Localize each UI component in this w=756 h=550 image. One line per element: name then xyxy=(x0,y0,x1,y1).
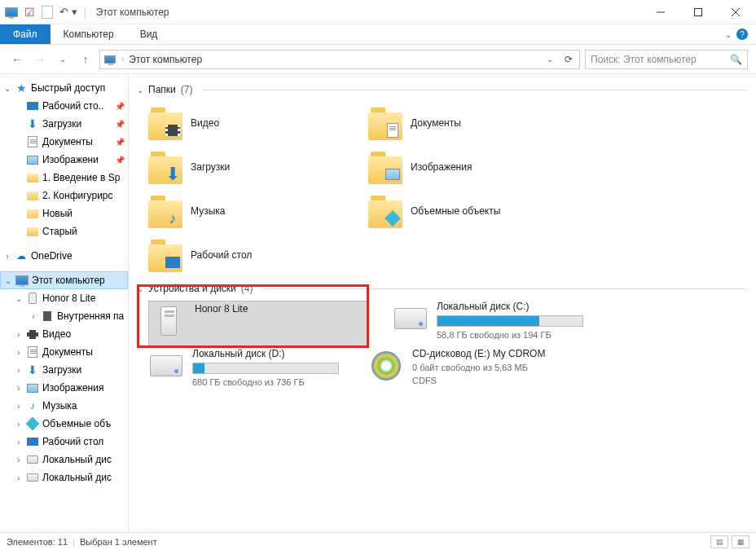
search-placeholder: Поиск: Этот компьютер xyxy=(591,54,697,65)
svg-rect-1 xyxy=(695,8,702,15)
sidebar-item-drive[interactable]: ›Локальный дис xyxy=(0,469,128,486)
document-icon xyxy=(387,123,398,138)
folder-music[interactable]: ♪Музыка xyxy=(148,190,344,232)
sidebar-quick-access[interactable]: ⌄★ Быстрый доступ xyxy=(0,79,128,97)
folder-icon xyxy=(26,225,39,238)
hdd-icon xyxy=(150,355,182,376)
music-icon: ♪ xyxy=(26,399,39,412)
chevron-right-icon: › xyxy=(121,55,124,64)
sidebar-item-music[interactable]: ›♪Музыка xyxy=(0,397,128,415)
desktop-icon xyxy=(165,257,180,268)
computer-icon xyxy=(15,274,29,287)
hdd-icon xyxy=(394,308,427,329)
back-button[interactable]: ← xyxy=(8,51,26,68)
picture-icon xyxy=(385,169,400,180)
picture-icon xyxy=(26,153,39,166)
tab-view[interactable]: Вид xyxy=(127,24,171,44)
computer-icon xyxy=(5,6,18,19)
history-dropdown[interactable]: ⌄ xyxy=(54,51,72,68)
folder-documents[interactable]: Документы xyxy=(368,102,564,144)
sidebar-item-folder[interactable]: ›1. Введение в Sp xyxy=(0,169,128,187)
cube-icon xyxy=(385,210,401,227)
cube-icon xyxy=(26,417,39,430)
desktop-icon xyxy=(26,435,39,448)
document-icon xyxy=(26,135,39,148)
help-icon[interactable]: ? xyxy=(736,29,748,40)
download-icon: ⬇ xyxy=(165,164,180,185)
drive-d[interactable]: Локальный диск (D:) 680 ГБ свободно из 7… xyxy=(148,348,344,394)
drive-c[interactable]: Локальный диск (C:) 58,8 ГБ свободно из … xyxy=(393,301,588,346)
sidebar-onedrive[interactable]: ›☁OneDrive xyxy=(0,247,128,265)
sidebar-item-documents[interactable]: ›Документы📌 xyxy=(0,133,128,151)
sidebar-item-folder[interactable]: ›Старый xyxy=(0,222,128,240)
sidebar-item-downloads[interactable]: ›⬇Загрузки xyxy=(0,361,128,379)
forward-button[interactable]: → xyxy=(31,51,49,68)
status-selected: Выбран 1 элемент xyxy=(80,537,157,547)
undo-icon[interactable]: ↶ ▾ xyxy=(59,6,77,18)
sidebar-item-internal-storage[interactable]: ›Внутренняя па xyxy=(0,307,128,325)
status-item-count: Элементов: 11 xyxy=(7,537,68,547)
sidebar-item-folder[interactable]: ›2. Конфигурирс xyxy=(0,187,128,205)
up-button[interactable]: ↑ xyxy=(77,51,94,68)
navbar: ← → ⌄ ↑ › Этот компьютер ⌄ ⟳ Поиск: Этот… xyxy=(0,45,756,74)
sidebar-item-drive[interactable]: ›Локальный дис xyxy=(0,451,128,469)
computer-icon xyxy=(103,53,116,66)
address-bar[interactable]: › Этот компьютер ⌄ ⟳ xyxy=(99,50,580,69)
view-tiles-button[interactable]: ▦ xyxy=(732,535,749,548)
pin-icon: 📌 xyxy=(115,120,125,129)
sidebar-item-pictures[interactable]: ›Изображени📌 xyxy=(0,151,128,169)
view-details-button[interactable]: ▤ xyxy=(710,535,728,548)
address-text: Этот компьютер xyxy=(129,54,538,65)
pin-icon: 📌 xyxy=(115,156,125,165)
refresh-icon[interactable]: ⟳ xyxy=(561,54,576,65)
folder-3d-objects[interactable]: Объемные объекты xyxy=(368,190,564,232)
minimize-button[interactable] xyxy=(642,0,679,24)
sidebar-item-desktop[interactable]: ›Рабочий стол xyxy=(0,433,128,451)
maximize-button[interactable] xyxy=(679,0,717,24)
sidebar-item-desktop[interactable]: ›Рабочий сто..📌 xyxy=(0,97,128,115)
close-button[interactable] xyxy=(717,0,754,24)
film-icon xyxy=(165,125,180,136)
sidebar-item-phone[interactable]: ⌄Honor 8 Lite xyxy=(0,289,128,307)
titlebar: ☑ ↶ ▾ | Этот компьютер xyxy=(0,0,756,24)
ribbon-expand-icon[interactable]: ⌄ xyxy=(725,30,732,39)
capacity-bar xyxy=(437,315,583,327)
sidebar: ⌄★ Быстрый доступ ›Рабочий сто..📌 ›⬇Загр… xyxy=(0,74,129,532)
sidebar-item-videos[interactable]: ›Видео xyxy=(0,325,128,343)
music-icon: ♪ xyxy=(169,210,177,227)
group-drives-header[interactable]: ⌄ Устройства и диски (4) xyxy=(137,283,748,294)
folder-desktop[interactable]: Рабочий стол xyxy=(148,234,344,276)
folder-videos[interactable]: Видео xyxy=(148,102,344,144)
sidebar-item-pictures[interactable]: ›Изображения xyxy=(0,379,128,397)
properties-icon[interactable]: ☑ xyxy=(24,6,35,19)
content-area: ⌄ Папки (7) Видео Документы ⬇Загрузки Из… xyxy=(129,74,756,532)
drive-cdrom[interactable]: CD-дисковод (E:) My CDROM 0 байт свободн… xyxy=(368,348,564,394)
ribbon-right: ⌄ ? xyxy=(725,24,756,44)
address-dropdown-icon[interactable]: ⌄ xyxy=(543,55,556,64)
device-honor-8-lite[interactable]: Honor 8 Lite xyxy=(148,301,368,346)
picture-icon xyxy=(26,381,39,394)
window-title: Этот компьютер xyxy=(96,7,169,18)
device-icon xyxy=(160,306,177,336)
sidebar-item-downloads[interactable]: ›⬇Загрузки📌 xyxy=(0,115,128,133)
tab-computer[interactable]: Компьютер xyxy=(51,24,127,44)
folder-pictures[interactable]: Изображения xyxy=(368,146,564,188)
folder-downloads[interactable]: ⬇Загрузки xyxy=(148,146,344,188)
sidebar-item-documents[interactable]: ›Документы xyxy=(0,343,128,361)
cd-icon xyxy=(371,351,401,381)
download-icon: ⬇ xyxy=(26,117,39,130)
sidebar-this-pc[interactable]: ⌄Этот компьютер xyxy=(0,271,128,289)
status-bar: Элементов: 11 | Выбран 1 элемент ▤ ▦ xyxy=(0,532,756,550)
folder-icon xyxy=(26,207,39,220)
sidebar-item-folder[interactable]: ›Новый xyxy=(0,205,128,222)
chevron-down-icon: ⌄ xyxy=(137,284,143,293)
folder-icon xyxy=(26,171,39,184)
cloud-icon: ☁ xyxy=(15,249,28,262)
search-icon: 🔍 xyxy=(730,54,742,65)
new-folder-icon[interactable] xyxy=(42,6,53,19)
search-input[interactable]: Поиск: Этот компьютер 🔍 xyxy=(585,50,748,69)
group-folders-header[interactable]: ⌄ Папки (7) xyxy=(137,84,748,95)
tab-file[interactable]: Файл xyxy=(0,24,51,44)
pin-icon: 📌 xyxy=(115,138,125,147)
sidebar-item-3d-objects[interactable]: ›Объемные объ xyxy=(0,415,128,433)
